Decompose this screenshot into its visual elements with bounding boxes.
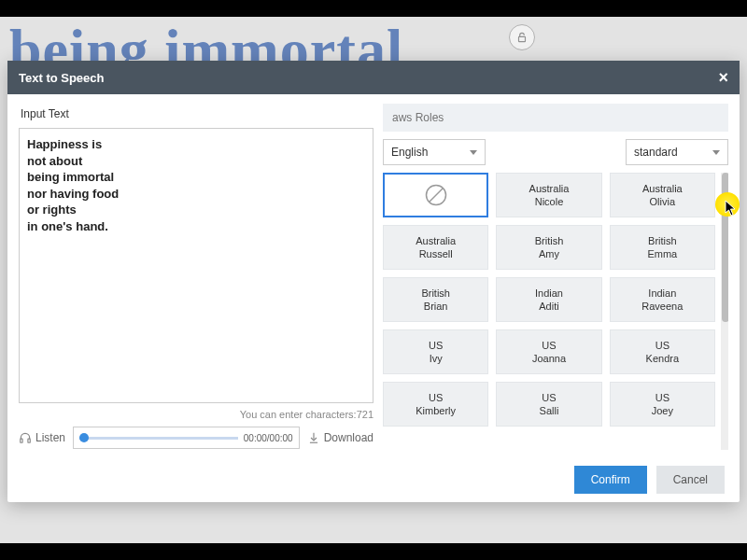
modal-header: Text to Speech × bbox=[7, 61, 740, 94]
voice-card[interactable]: IndianRaveena bbox=[610, 277, 715, 322]
download-icon bbox=[307, 431, 320, 444]
voice-scrollbar[interactable] bbox=[721, 173, 728, 450]
voice-region: US bbox=[429, 339, 443, 352]
quality-dropdown[interactable]: standard bbox=[626, 139, 728, 165]
tts-modal: Text to Speech × Input Text You can ente… bbox=[7, 61, 740, 502]
voice-card[interactable]: USIvy bbox=[383, 329, 488, 374]
voice-card[interactable]: BritishEmma bbox=[610, 225, 715, 270]
voice-region: US bbox=[429, 391, 443, 404]
quality-value: standard bbox=[634, 146, 678, 159]
modal-footer: Confirm Cancel bbox=[7, 457, 740, 502]
modal-title: Text to Speech bbox=[19, 71, 105, 85]
voice-card[interactable]: AustraliaOlivia bbox=[610, 173, 715, 217]
left-column: Input Text You can enter characters:721 … bbox=[19, 104, 374, 450]
modal-body: Input Text You can enter characters:721 … bbox=[7, 94, 740, 457]
voice-name: Ivy bbox=[430, 352, 443, 365]
voice-name: Kimberly bbox=[416, 404, 456, 417]
voice-region: British bbox=[648, 234, 677, 247]
voice-name: Olivia bbox=[650, 195, 676, 208]
voice-name: Salli bbox=[540, 404, 559, 417]
close-icon[interactable]: × bbox=[718, 68, 728, 88]
voice-region: US bbox=[542, 391, 556, 404]
audio-controls: Listen 00:00/00:00 Download bbox=[19, 426, 374, 450]
download-label: Download bbox=[324, 431, 374, 444]
voice-card[interactable]: USKendra bbox=[610, 329, 715, 374]
voice-region: British bbox=[535, 234, 564, 247]
right-column: English standard AustraliaNicoleAustrali… bbox=[383, 104, 728, 450]
svg-rect-2 bbox=[28, 439, 30, 442]
voice-card[interactable]: USKimberly bbox=[383, 382, 488, 427]
voice-name: Kendra bbox=[646, 352, 679, 365]
dropdown-row: English standard bbox=[383, 139, 728, 165]
language-value: English bbox=[391, 146, 428, 159]
chevron-down-icon bbox=[712, 150, 720, 155]
voice-grid: AustraliaNicoleAustraliaOliviaAustraliaR… bbox=[383, 173, 728, 427]
audio-slider[interactable]: 00:00/00:00 bbox=[73, 427, 300, 449]
language-dropdown[interactable]: English bbox=[383, 139, 486, 165]
voice-name: Russell bbox=[419, 247, 453, 260]
voice-region: US bbox=[542, 339, 556, 352]
voice-region: US bbox=[655, 391, 669, 404]
headphones-icon bbox=[19, 431, 32, 444]
slider-track[interactable] bbox=[79, 437, 238, 440]
listen-label: Listen bbox=[35, 431, 65, 444]
time-display: 00:00/00:00 bbox=[244, 433, 293, 443]
voice-card[interactable]: AustraliaRussell bbox=[383, 225, 488, 270]
input-text-label: Input Text bbox=[21, 107, 372, 120]
no-voice-icon bbox=[422, 181, 450, 209]
voice-card[interactable]: USJoey bbox=[610, 382, 715, 427]
char-count-hint: You can enter characters:721 bbox=[19, 409, 374, 420]
svg-line-4 bbox=[429, 189, 443, 203]
voice-region: Indian bbox=[535, 287, 563, 300]
voice-name: Nicole bbox=[535, 195, 564, 208]
voice-name: Brian bbox=[424, 300, 448, 313]
voice-card[interactable]: BritishAmy bbox=[496, 225, 601, 270]
voice-name: Amy bbox=[539, 247, 559, 260]
voice-card-none[interactable] bbox=[383, 173, 488, 217]
voice-name: Aditi bbox=[539, 300, 558, 313]
download-button[interactable]: Download bbox=[307, 431, 374, 444]
voice-card[interactable]: USJoanna bbox=[496, 329, 601, 374]
listen-button[interactable]: Listen bbox=[19, 431, 65, 444]
voice-region: Australia bbox=[642, 182, 683, 195]
text-input[interactable] bbox=[19, 128, 374, 403]
voice-card[interactable]: USSalli bbox=[496, 382, 601, 427]
voice-card[interactable]: AustraliaNicole bbox=[496, 173, 601, 217]
voice-name: Joanna bbox=[532, 352, 566, 365]
voice-name: Raveena bbox=[641, 300, 683, 313]
slider-knob[interactable] bbox=[79, 433, 89, 442]
voice-region: British bbox=[421, 287, 450, 300]
voice-region: Australia bbox=[529, 182, 570, 195]
svg-rect-1 bbox=[21, 439, 22, 442]
scrollbar-thumb[interactable] bbox=[722, 173, 728, 322]
roles-input[interactable] bbox=[383, 104, 728, 132]
voice-region: US bbox=[655, 339, 669, 352]
cancel-button[interactable]: Cancel bbox=[656, 466, 725, 494]
voice-name: Joey bbox=[652, 404, 673, 417]
voice-card[interactable]: BritishBrian bbox=[383, 277, 488, 322]
voice-region: Australia bbox=[416, 234, 456, 247]
chevron-down-icon bbox=[470, 150, 477, 155]
voice-region: Indian bbox=[648, 287, 676, 300]
voice-grid-container: AustraliaNicoleAustraliaOliviaAustraliaR… bbox=[383, 173, 728, 450]
voice-name: Emma bbox=[647, 247, 677, 260]
voice-card[interactable]: IndianAditi bbox=[496, 277, 601, 322]
confirm-button[interactable]: Confirm bbox=[574, 466, 647, 494]
